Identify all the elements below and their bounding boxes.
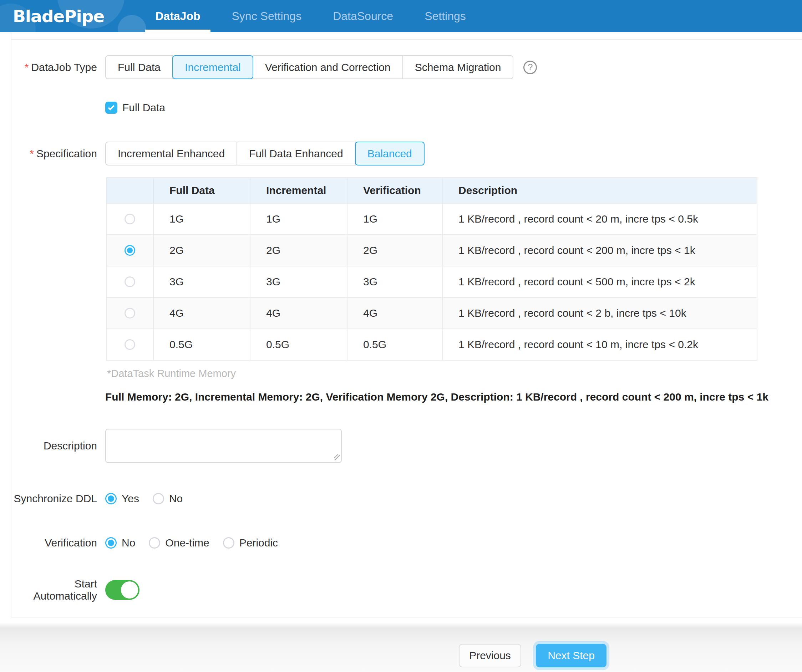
datajob-type-label: *DataJob Type <box>11 61 97 73</box>
help-icon[interactable]: ? <box>523 61 537 74</box>
verification-periodic-label: Periodic <box>239 537 278 549</box>
radio-dot <box>108 540 114 546</box>
required-asterisk: * <box>24 61 29 73</box>
datajob-type-option-schema-migration[interactable]: Schema Migration <box>403 55 514 79</box>
radio-icon <box>223 537 234 549</box>
sync-ddl-yes-label: Yes <box>122 493 139 505</box>
top-navbar: BladePipe DataJob Sync Settings DataSour… <box>0 0 802 32</box>
table-header-row: Full Data Incremental Verification Descr… <box>107 178 757 203</box>
full-data-checkbox[interactable] <box>105 102 117 114</box>
table-cell-radio <box>107 235 153 266</box>
sync-ddl-option-yes[interactable]: Yes <box>105 493 139 505</box>
sync-ddl-option-no[interactable]: No <box>153 493 183 505</box>
help-icon-glyph: ? <box>528 62 533 73</box>
datajob-type-option-full-data[interactable]: Full Data <box>105 55 173 79</box>
table-cell-description: 1 KB/record , record count < 500 m, incr… <box>442 267 757 297</box>
datajob-type-option-incremental[interactable]: Incremental <box>172 55 253 79</box>
description-textarea[interactable] <box>105 429 342 463</box>
table-cell-radio <box>107 267 153 297</box>
table-row: 3G 3G 3G 1 KB/record , record count < 50… <box>107 266 757 297</box>
row-radio-05g[interactable] <box>125 339 135 350</box>
datajob-type-option-verification-and-correction[interactable]: Verification and Correction <box>252 55 403 79</box>
datajob-type-label-text: DataJob Type <box>31 61 97 73</box>
description-textarea-wrap <box>105 429 342 463</box>
radio-dot <box>127 310 133 316</box>
radio-dot <box>108 496 114 502</box>
toggle-knob <box>121 582 138 599</box>
specification-option-balanced[interactable]: Balanced <box>355 142 425 165</box>
radio-dot <box>225 540 232 546</box>
full-data-checkbox-controls: Full Data <box>105 102 165 114</box>
start-automatically-label: Start Automatically <box>11 578 97 602</box>
table-cell-description: 1 KB/record , record count < 10 m, incre… <box>442 329 757 360</box>
radio-icon <box>105 537 116 549</box>
table-cell-verification: 4G <box>347 298 442 328</box>
specification-controls: Incremental Enhanced Full Data Enhanced … <box>105 142 425 165</box>
table-header-description: Description <box>442 178 757 203</box>
nav-tab-sync-settings-label: Sync Settings <box>232 10 302 23</box>
verification-label: Verification <box>11 537 97 549</box>
sync-ddl-no-label: No <box>169 493 183 505</box>
panel-divider <box>11 39 802 40</box>
checkmark-icon <box>108 104 114 110</box>
specification-option-incremental-enhanced[interactable]: Incremental Enhanced <box>105 142 237 165</box>
nav-tab-datajob-label: DataJob <box>155 10 200 23</box>
radio-dot <box>127 342 133 347</box>
datatask-runtime-memory-note: *DataTask Runtime Memory <box>107 368 236 380</box>
start-automatically-toggle[interactable] <box>105 580 139 600</box>
table-cell-description: 1 KB/record , record count < 2 b, incre … <box>442 298 757 328</box>
required-asterisk: * <box>30 148 34 160</box>
datajob-type-controls: Full Data Incremental Verification and C… <box>105 55 537 79</box>
logo-bubble-decoration <box>118 15 146 32</box>
full-data-checkbox-row: Full Data <box>11 100 802 115</box>
table-cell-full-data: 1G <box>153 204 250 234</box>
nav-tab-datajob[interactable]: DataJob <box>145 0 210 32</box>
table-cell-incremental: 1G <box>250 204 347 234</box>
form-panel: *DataJob Type Full Data Incremental Veri… <box>11 32 802 617</box>
table-cell-verification: 0.5G <box>347 329 442 360</box>
nav-tab-datasource[interactable]: DataSource <box>323 0 403 32</box>
table-cell-radio <box>107 329 153 360</box>
verification-option-periodic[interactable]: Periodic <box>223 537 278 549</box>
radio-icon <box>105 493 116 504</box>
table-cell-verification: 2G <box>347 235 442 266</box>
nav-tab-sync-settings[interactable]: Sync Settings <box>222 0 312 32</box>
previous-button[interactable]: Previous <box>459 644 521 667</box>
row-radio-2g[interactable] <box>125 245 135 256</box>
table-cell-radio <box>107 204 153 234</box>
verification-option-no[interactable]: No <box>105 537 135 549</box>
specification-button-group: Incremental Enhanced Full Data Enhanced … <box>105 142 425 165</box>
table-header-radio <box>107 178 153 203</box>
table-cell-full-data: 3G <box>153 267 250 297</box>
nav-tab-settings-label: Settings <box>425 10 466 23</box>
table-row: 1G 1G 1G 1 KB/record , record count < 20… <box>107 203 757 234</box>
radio-dot <box>127 247 133 253</box>
specification-option-full-data-enhanced[interactable]: Full Data Enhanced <box>236 142 356 165</box>
radio-dot <box>127 216 133 222</box>
verification-controls: No One-time Periodic <box>105 537 291 549</box>
main-nav: DataJob Sync Settings DataSource Setting… <box>145 0 487 32</box>
table-cell-description: 1 KB/record , record count < 20 m, incre… <box>442 204 757 234</box>
nav-tab-datasource-label: DataSource <box>333 10 393 23</box>
table-cell-incremental: 4G <box>250 298 347 328</box>
table-cell-incremental: 3G <box>250 267 347 297</box>
app-logo[interactable]: BladePipe <box>13 6 104 26</box>
selection-summary: Full Memory: 2G, Incremental Memory: 2G,… <box>105 391 768 403</box>
table-header-incremental: Incremental <box>250 178 347 203</box>
radio-dot <box>127 279 133 284</box>
synchronize-ddl-controls: Yes No <box>105 493 196 505</box>
specification-label: *Specification <box>11 148 97 160</box>
next-step-button[interactable]: Next Step <box>536 644 606 667</box>
description-controls <box>105 429 342 463</box>
table-cell-verification: 3G <box>347 267 442 297</box>
nav-tab-settings[interactable]: Settings <box>414 0 476 32</box>
verification-no-label: No <box>122 537 135 549</box>
verification-option-one-time[interactable]: One-time <box>149 537 209 549</box>
row-radio-3g[interactable] <box>125 276 135 287</box>
table-row: 4G 4G 4G 1 KB/record , record count < 2 … <box>107 297 757 328</box>
table-header-full-data: Full Data <box>153 178 250 203</box>
row-radio-4g[interactable] <box>125 308 135 318</box>
table-row-selected: 2G 2G 2G 1 KB/record , record count < 20… <box>107 234 757 266</box>
row-radio-1g[interactable] <box>125 214 135 225</box>
start-automatically-controls <box>105 580 139 600</box>
